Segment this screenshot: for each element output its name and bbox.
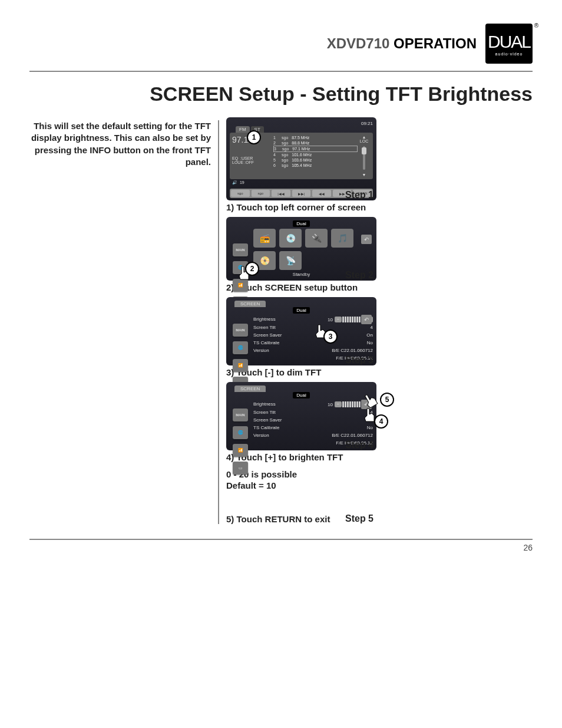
- sidebar-main[interactable]: MAIN: [233, 409, 248, 421]
- content-layout: This will set the default setting for th…: [29, 120, 533, 524]
- sidebar-tuner-icon[interactable]: 📶: [233, 359, 248, 372]
- callout-5: 5: [380, 393, 394, 407]
- callout-2: 2: [245, 262, 259, 276]
- step-3-caption: 3) Touch [-] to dim TFT: [226, 367, 533, 377]
- step-5-label: Step 5: [345, 513, 373, 524]
- radio-btn-prev-track[interactable]: |◀◀: [272, 190, 290, 197]
- brightness-minus-button[interactable]: −: [335, 317, 342, 322]
- header: XDVD710 OPERATION DUAL audio·video: [29, 24, 533, 64]
- step-1-label: Step 1: [345, 190, 373, 200]
- return-icon[interactable]: ↶: [361, 235, 372, 244]
- brightness-label: Brightness: [253, 317, 276, 322]
- callout-4: 4: [374, 414, 388, 429]
- callout-1: 1: [247, 130, 261, 144]
- step-2-label: Step 2: [345, 270, 373, 281]
- sidebar-globe-icon[interactable]: 🌐: [233, 341, 248, 354]
- menu-aux-icon[interactable]: 🔌: [305, 229, 328, 248]
- operation-title: XDVD710 OPERATION: [327, 35, 477, 52]
- brand-badge: Dual: [293, 392, 309, 398]
- screen-tab: SCREEN: [234, 386, 266, 392]
- radio-btn-2[interactable]: sgo: [252, 190, 270, 197]
- logo-text: DUAL: [488, 33, 530, 51]
- sidebar-tuner-icon[interactable]: 📶: [233, 444, 248, 457]
- menu-radio-icon[interactable]: 📻: [253, 229, 276, 248]
- brand-badge: Dual: [293, 220, 309, 227]
- brightness-minus-button[interactable]: −: [335, 401, 342, 407]
- radio-btn-next-track[interactable]: ▶▶|: [292, 190, 311, 197]
- sidebar-main[interactable]: MAIN: [233, 243, 248, 256]
- step-4-caption: 4) Touch [+] to brighten TFT: [226, 452, 533, 462]
- dual-logo: DUAL audio·video: [485, 24, 533, 64]
- step-3-label: Step 3: [345, 355, 373, 365]
- sidebar-globe-icon[interactable]: 🌐: [233, 426, 248, 439]
- logo-subtitle: audio·video: [495, 52, 523, 56]
- range-info: 0 - 20 is possible: [226, 469, 533, 479]
- intro-text: This will set the default setting for th…: [29, 120, 211, 168]
- menu-disc-icon[interactable]: 💿: [279, 229, 302, 248]
- sidebar-main[interactable]: MAIN: [233, 324, 248, 337]
- step-1-caption: 1) Touch top left corner of screen: [226, 202, 533, 212]
- menu-ipod-icon[interactable]: 🎵: [331, 229, 353, 248]
- page-number: 26: [29, 539, 533, 552]
- model-number: XDVD710: [327, 35, 390, 51]
- brightness-value: 10: [328, 317, 333, 322]
- header-divider: [29, 71, 533, 72]
- volume-icon: 🔊: [232, 180, 237, 185]
- step-2-caption: 2) Touch SCREEN setup button: [226, 282, 533, 292]
- step-4-label: Step 4: [345, 440, 373, 450]
- band-fm[interactable]: FM: [236, 126, 250, 133]
- left-column: This will set the default setting for th…: [29, 120, 218, 524]
- screen-tab: SCREEN: [234, 301, 266, 307]
- sidebar-screen-icon[interactable]: ▭: [233, 462, 248, 475]
- page-title: SCREEN Setup - Setting TFT Brightness: [29, 83, 533, 106]
- brand-badge: Dual: [293, 307, 309, 314]
- return-icon[interactable]: ↶: [361, 315, 372, 324]
- volume-value: 19: [240, 180, 244, 185]
- menu-xm-icon[interactable]: 📡: [279, 251, 302, 270]
- default-info: Default = 10: [226, 480, 533, 490]
- right-column: 09:21 FM ST 97.1Hz EQ :USER LOUE :OFF: [218, 120, 533, 524]
- callout-3: 3: [323, 330, 338, 344]
- radio-btn-1[interactable]: sgo: [231, 190, 250, 197]
- screenshot-radio: 09:21 FM ST 97.1Hz EQ :USER LOUE :OFF: [226, 117, 376, 200]
- step-5-caption: 5) Touch RETURN to exit: [226, 514, 533, 524]
- clock: 09:21: [230, 121, 373, 126]
- section-label: OPERATION: [394, 35, 477, 51]
- radio-btn-rewind[interactable]: ◀◀: [312, 190, 331, 197]
